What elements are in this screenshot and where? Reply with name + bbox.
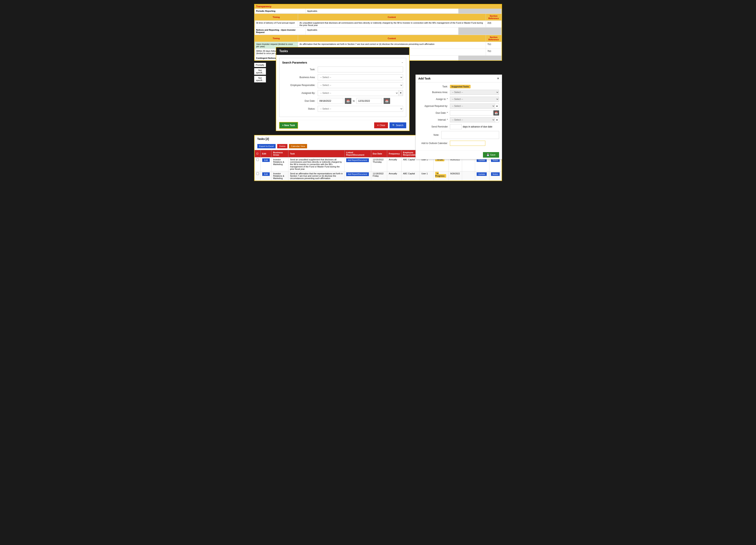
business-area-form-row: Business Area: -- Select -- — [282, 74, 403, 80]
task-input[interactable] — [318, 67, 403, 72]
add-task-note-textarea[interactable] — [441, 131, 499, 139]
row2-update-button[interactable]: Update — [477, 172, 487, 176]
table2-header-ref: Section Reference — [486, 35, 501, 42]
due-date-to-calendar-btn[interactable]: 📅 — [384, 98, 390, 104]
add-task-approval-row: Approval Required by: -- Select -- ▾ — [418, 103, 499, 109]
add-task-due-date-row: Due Date: * 📅 — [418, 110, 499, 115]
notices-label: Notices and Reporting - Upon Investor Re… — [255, 28, 306, 35]
new-task-button[interactable]: + New Task — [279, 122, 298, 129]
table-row: Edit Investor Relations & Marketing Send… — [255, 171, 501, 181]
table1-timing-1: At time of delivery of Fund annual repor… — [255, 21, 298, 28]
add-task-due-date-input[interactable] — [450, 110, 493, 115]
add-task-due-date-label: Due Date: * — [418, 112, 450, 114]
add-task-outlook-input[interactable] — [450, 141, 485, 146]
status-select[interactable]: -- Select -- — [318, 106, 403, 112]
row2-status-date: 9/28/2022 — [449, 171, 462, 181]
assigned-by-select-wrapper: -- Select -- ▾ — [318, 90, 403, 96]
add-task-task-label: Task: — [418, 85, 450, 88]
due-date-label: Due Date: — [282, 100, 318, 102]
add-task-interval-select[interactable]: -- Select -- — [450, 117, 495, 122]
col-due-date: Due Date — [371, 150, 387, 157]
search-button[interactable]: 🔍 Search — [390, 122, 406, 128]
add-task-outlook-row: Add to Outlook Calendar: — [418, 141, 499, 146]
export-to-excel-button[interactable]: Export to Excel — [257, 144, 276, 148]
row1-status-date: 9/28/2022 — [449, 157, 462, 171]
add-task-assign-to-select-row: -- Select -- — [450, 97, 499, 102]
row2-add-report-button[interactable]: Add Report/Document — [346, 172, 369, 176]
row1-assigned-by: User 1 — [420, 157, 434, 171]
add-task-task-row: Task: Suggested Tasks — [418, 85, 499, 88]
add-task-close-button[interactable]: × — [497, 77, 499, 80]
notices-row: Notices and Reporting - Upon Investor Re… — [255, 28, 502, 35]
due-date-to-input[interactable] — [356, 98, 382, 104]
table2-header-timing: Timing — [255, 35, 298, 42]
row1-linked: Add Report/Document — [344, 157, 371, 171]
calendar-view-button[interactable]: Calendar View — [289, 144, 307, 148]
periodic-reporting-label: Periodic Reporting — [255, 9, 306, 13]
assigned-by-dropdown-icon[interactable]: ▾ — [399, 90, 403, 96]
status-label: Status: — [282, 107, 318, 110]
add-task-footer: 💾 Save — [416, 150, 502, 159]
row2-assigned-by: User 1 — [420, 171, 434, 181]
row1-update: Update — [475, 157, 489, 171]
due-date-from-calendar-btn[interactable]: 📅 — [345, 98, 351, 104]
contingent-gray — [458, 56, 502, 60]
due-date-to-label: to — [353, 100, 355, 102]
row2-notes-button[interactable]: Notes — [491, 172, 500, 176]
add-task-interval-dropdown-btn[interactable]: ▾ — [495, 117, 499, 122]
add-task-assign-to-label: Assign to: * — [418, 98, 450, 101]
transparency-title: Transparency — [255, 4, 502, 9]
add-task-assign-to-row: Assign to: * -- Select -- — [418, 97, 499, 102]
row2-business-area: Investor Relations & Marketing — [271, 171, 288, 181]
add-task-interval-select-row: -- Select -- ▾ — [450, 117, 499, 122]
task-form-row: Task: — [282, 67, 403, 72]
add-task-approval-select[interactable]: -- Select -- — [450, 103, 495, 109]
row2-approver — [462, 171, 475, 181]
add-task-assign-to-select[interactable]: -- Select -- — [450, 97, 499, 102]
table1-header-ref: Section Reference — [486, 14, 501, 21]
row2-due-date: 11/18/2022 Friday — [371, 171, 387, 181]
tasks-modal-footer: + New Task ✕ Clear 🔍 Search — [276, 120, 409, 131]
employee-select[interactable]: -- Select -- — [318, 82, 403, 88]
add-task-reminder-suffix: days in advance of due date — [463, 125, 492, 128]
search-params-section: Search Parameters − Task: Business Area:… — [279, 58, 406, 117]
row2-edit-button[interactable]: Edit — [262, 172, 270, 176]
row1-edit-cell: Edit — [260, 157, 271, 171]
add-task-interval-row: Interval: * -- Select -- ▾ — [418, 117, 499, 122]
row1-add-report-button[interactable]: Add Report/Document — [346, 158, 369, 162]
tasks-results-title: Tasks [2] — [257, 137, 269, 140]
assigned-by-select[interactable]: -- Select -- — [318, 90, 399, 96]
add-task-reminder-input[interactable] — [450, 124, 462, 129]
add-task-reminder-row: Send Reminder days in advance of due dat… — [418, 124, 499, 129]
periodic-reporting-value: Applicable. — [306, 9, 458, 13]
add-task-task-value: Suggested Tasks — [450, 85, 499, 88]
footer-right-buttons: ✕ Clear 🔍 Search — [374, 122, 406, 128]
row2-checkbox[interactable] — [255, 171, 260, 181]
delete-button[interactable]: Delete — [277, 144, 287, 148]
clear-button[interactable]: ✕ Clear — [374, 122, 388, 128]
table1-ref-1: 2(d) — [486, 21, 501, 28]
row1-frequency: Annually — [387, 157, 402, 171]
business-area-label: Business Area: — [282, 76, 318, 79]
row1-edit-button[interactable]: Edit — [262, 158, 270, 162]
row1-checkbox[interactable] — [255, 157, 260, 171]
col-linked: Linked Report/Document — [344, 150, 371, 157]
add-task-reminder-label: Send Reminder — [418, 125, 450, 128]
tasks-modal: Tasks Search Parameters − Task: Business… — [276, 47, 410, 131]
employee-label: Employee Responsible: — [282, 84, 318, 87]
suggested-tasks-badge[interactable]: Suggested Tasks — [450, 85, 471, 88]
save-button[interactable]: 💾 Save — [483, 152, 499, 158]
add-task-business-area-select[interactable]: -- Select -- — [450, 90, 499, 95]
table1-header-content: Content — [298, 14, 486, 21]
add-task-due-date-calendar-btn[interactable]: 📅 — [493, 110, 499, 115]
due-date-from-input[interactable] — [318, 98, 343, 104]
due-date-range: 📅 to 📅 — [318, 98, 403, 104]
business-area-select[interactable]: -- Select -- — [318, 74, 403, 80]
collapse-chevron-icon[interactable]: − — [402, 61, 403, 64]
row2-status-badge: In Progress — [435, 172, 446, 178]
add-task-approval-dropdown-btn[interactable]: ▾ — [495, 103, 499, 109]
add-task-interval-label: Interval: * — [418, 118, 450, 121]
middle-area: Promptly Not specifi... Not specifi... T… — [254, 63, 502, 131]
main-wrapper: Transparency Periodic Reporting Applicab… — [254, 4, 502, 181]
add-task-reminder-value: days in advance of due date — [450, 124, 499, 129]
